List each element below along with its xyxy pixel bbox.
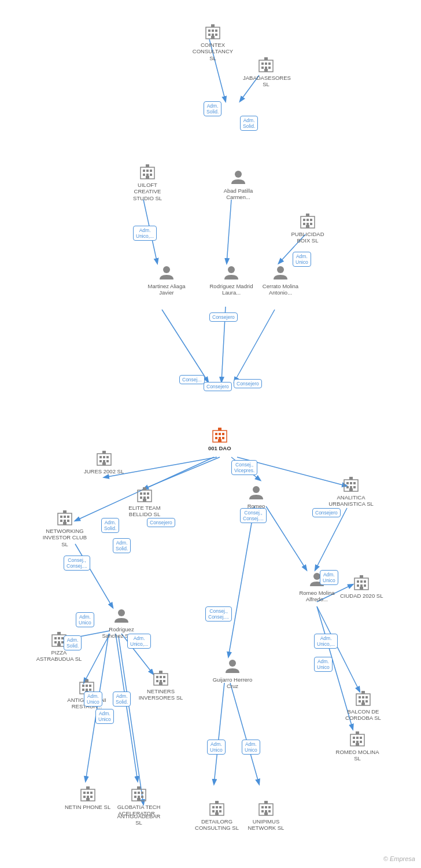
svg-rect-146	[160, 676, 162, 678]
svg-rect-141	[89, 689, 91, 691]
svg-rect-170	[356, 731, 359, 734]
svg-rect-173	[87, 792, 89, 794]
building-icon-globatia	[130, 784, 148, 803]
svg-line-15	[75, 544, 113, 608]
svg-rect-63	[306, 225, 309, 228]
svg-rect-183	[141, 792, 143, 794]
svg-point-46	[235, 171, 242, 178]
label-netin: NETIN PHONE SL	[65, 804, 110, 810]
svg-rect-185	[138, 796, 140, 798]
svg-rect-156	[365, 696, 368, 698]
svg-rect-122	[364, 584, 366, 587]
building-icon-balcon	[354, 689, 372, 707]
svg-line-7	[234, 310, 275, 382]
badge-adm-unico-antiguo: Adm.Unico	[84, 692, 102, 707]
svg-rect-121	[360, 584, 363, 587]
label-jabadasesores: JABADASESORES SL	[243, 75, 289, 88]
node-networking-investor: NETWORKING INVESTOR CLUB SL	[42, 508, 88, 547]
svg-rect-143	[85, 679, 88, 682]
label-unipimus: UNIPIMUS NETWORK SL	[243, 818, 289, 832]
svg-rect-79	[99, 456, 102, 458]
label-pizza: PIZZA ASTRABUDUA SL	[36, 649, 82, 663]
svg-rect-166	[353, 741, 355, 743]
svg-line-24	[116, 634, 138, 781]
svg-rect-155	[362, 696, 364, 698]
badge-adm-solid-2: Adm.Solid.	[240, 116, 258, 131]
svg-rect-194	[216, 810, 218, 812]
svg-rect-149	[160, 680, 162, 682]
svg-rect-124	[360, 575, 363, 578]
svg-rect-187	[137, 798, 141, 801]
svg-line-10	[143, 457, 220, 489]
badge-consejero-analitica: Consejero	[312, 508, 341, 517]
label-ciudad: CIUDAD 2020 SL	[340, 593, 383, 599]
svg-rect-160	[361, 703, 365, 705]
svg-rect-119	[364, 580, 366, 583]
svg-rect-161	[361, 691, 365, 694]
svg-rect-41	[261, 67, 264, 69]
svg-rect-55	[146, 164, 149, 167]
svg-rect-36	[211, 24, 215, 27]
svg-line-3	[227, 200, 231, 263]
label-networking: NETWORKING INVESTOR CLUB SL	[42, 528, 88, 547]
svg-rect-205	[264, 812, 268, 815]
svg-rect-130	[54, 641, 57, 643]
svg-line-14	[228, 506, 254, 657]
person-icon-rodriguez-madrid	[222, 263, 241, 282]
label-cerrato: Cerrato Molina Antonio...	[257, 283, 304, 296]
svg-rect-100	[60, 520, 62, 522]
svg-rect-167	[356, 741, 359, 743]
svg-rect-200	[265, 806, 267, 808]
svg-rect-83	[103, 460, 105, 462]
person-icon-cerrato	[271, 263, 290, 282]
svg-line-21	[84, 634, 110, 683]
svg-rect-196	[215, 812, 219, 815]
svg-rect-59	[310, 219, 312, 221]
svg-rect-182	[138, 792, 140, 794]
badge-adm-solid-net: Adm.Solid.	[113, 692, 131, 707]
svg-rect-137	[86, 685, 88, 687]
label-elite: ELITE TEAM BELLIDO SL	[121, 505, 168, 518]
svg-rect-152	[159, 671, 163, 674]
svg-point-77	[253, 486, 260, 493]
svg-rect-203	[265, 810, 267, 812]
svg-rect-195	[219, 810, 221, 812]
svg-rect-80	[103, 456, 105, 458]
label-guijarro: Guijarro Herrero Cruz	[209, 676, 256, 690]
building-icon-networking	[56, 508, 74, 527]
badge-consejero-rm: Consejero	[209, 312, 238, 322]
svg-rect-169	[356, 743, 359, 746]
svg-rect-133	[57, 643, 61, 646]
building-icon-cointex	[204, 22, 222, 41]
building-icon-publicidad	[298, 211, 317, 230]
svg-rect-164	[356, 737, 359, 739]
node-publicidad-boix: PUBLICIDAD BOIX SL	[285, 211, 331, 244]
node-netiners: NETINERS INVERSORES SL	[138, 668, 184, 701]
node-romeo: Romeo	[247, 483, 265, 509]
svg-point-66	[228, 266, 235, 273]
svg-rect-76	[218, 428, 221, 431]
svg-rect-148	[156, 680, 158, 682]
label-romeo-molina-sl: ROMEO MOLINA SL	[334, 749, 381, 762]
svg-rect-154	[359, 696, 361, 698]
svg-rect-111	[353, 486, 356, 488]
node-martinez-aliaga: Martinez Aliaga Javier	[143, 263, 190, 296]
svg-rect-151	[159, 682, 163, 685]
svg-rect-127	[54, 637, 57, 639]
svg-rect-43	[268, 67, 271, 69]
svg-rect-140	[86, 689, 88, 691]
label-netiners: NETINERS INVERSORES SL	[138, 688, 184, 701]
node-cerrato-molina: Cerrato Molina Antonio...	[257, 263, 304, 296]
svg-rect-197	[215, 801, 219, 804]
svg-rect-69	[215, 433, 217, 435]
node-uiloft: UILOFT CREATIVE STUDIO SL	[124, 162, 171, 201]
svg-rect-102	[67, 520, 69, 522]
svg-rect-72	[215, 437, 217, 439]
label-romeo-molina: Romeo Molina Alfredo...	[294, 590, 340, 603]
person-icon-romeo	[247, 483, 265, 502]
building-icon-detailorg	[208, 799, 226, 817]
building-icon-netiners	[152, 668, 170, 687]
svg-rect-138	[89, 685, 91, 687]
svg-rect-54	[146, 176, 149, 179]
svg-rect-42	[265, 67, 267, 69]
